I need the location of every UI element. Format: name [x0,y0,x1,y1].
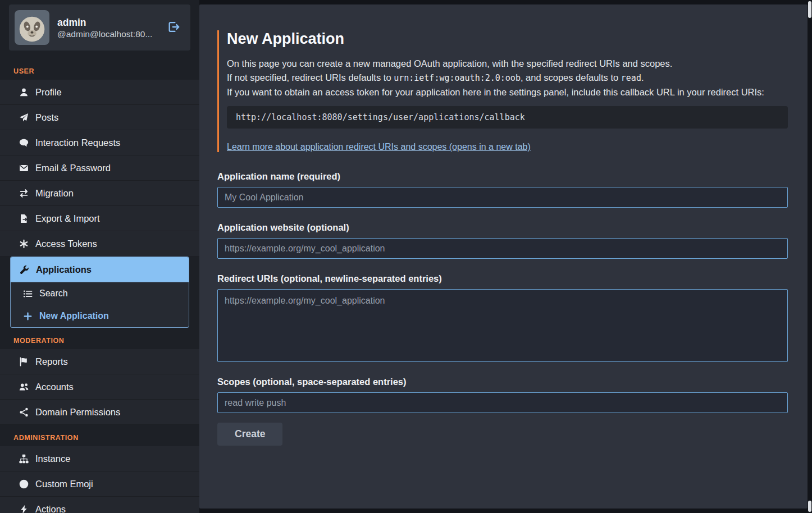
sidebar-item-interaction-requests[interactable]: Interaction Requests [0,130,199,155]
sidebar-item-label: Reports [35,356,68,367]
sidebar-item-reports[interactable]: Reports [0,349,199,374]
intro-line2-mid: , and scopes defaults to [521,72,621,83]
intro-line2-pre: If not specified, redirect URIs defaults… [227,72,394,83]
create-button[interactable]: Create [217,423,282,446]
sidebar-item-label: Access Tokens [35,239,97,249]
callback-url-codeblock: http://localhost:8080/settings/user/appl… [227,106,788,129]
scrollbar-end [808,501,811,512]
sidebar-item-label: Migration [35,188,74,199]
scrollbar-thumb[interactable] [808,1,811,18]
user-meta: admin @admin@localhost:80... [57,16,152,40]
sidebar-item-accounts[interactable]: Accounts [0,374,199,400]
section-label-administration: ADMINISTRATION [0,425,199,446]
sidebar-item-label: Custom Emoji [35,479,93,489]
application-name-label: Application name (required) [217,171,788,182]
application-website-label: Application website (optional) [217,222,788,233]
redirect-uris-textarea[interactable] [217,289,788,362]
sidebar-item-label: Actions [35,504,66,513]
redirect-uris-label: Redirect URIs (optional, newline-separat… [217,273,788,284]
section-label-moderation: MODERATION [0,328,199,349]
user-card: admin @admin@localhost:80... [9,4,190,51]
sidebar-item-actions[interactable]: Actions [0,497,199,513]
sitemap-icon [18,454,29,464]
user-name: admin [57,16,152,30]
intro-block: New Application On this page you can cre… [217,30,788,152]
intro-code-oob: urn:ietf:wg:oauth:2.0:oob [394,73,521,83]
user-handle: @admin@localhost:80... [57,29,152,39]
page-title: New Application [227,30,788,48]
paper-plane-icon [18,113,29,122]
sidebar-item-email-password[interactable]: Email & Password [0,155,199,181]
share-nodes-icon [18,407,29,417]
logout-icon[interactable] [167,21,183,34]
new-application-form: Application name (required) Application … [217,171,788,446]
bolt-icon [18,505,29,513]
intro-line2-post: . [641,72,644,83]
sidebar-nav: USER Profile Posts Interaction Requests [0,58,199,513]
sidebar-item-applications[interactable]: Applications [11,257,189,282]
section-label-user: USER [0,58,199,80]
transfer-arrows-icon [18,189,29,198]
intro-line1: On this page you can create a new manage… [227,57,788,71]
learn-more-link[interactable]: Learn more about application redirect UR… [227,142,531,152]
scopes-input[interactable] [217,392,788,413]
smiley-icon [18,479,29,489]
intro-code-read: read [621,73,641,83]
file-export-icon [18,214,29,223]
sidebar-item-access-tokens[interactable]: Access Tokens [0,231,199,256]
scopes-label: Scopes (optional, space-separated entrie… [217,377,788,387]
sloth-avatar-image [15,10,49,45]
sidebar: admin @admin@localhost:80... USER Profil… [0,0,199,513]
asterisk-icon [18,239,29,249]
avatar [15,10,49,45]
comment-icon [18,138,29,148]
sidebar-item-label: Interaction Requests [35,138,120,148]
scrollbar[interactable] [808,0,812,513]
sidebar-item-custom-emoji[interactable]: Custom Emoji [0,471,199,497]
app-layout: admin @admin@localhost:80... USER Profil… [0,0,812,513]
users-icon [18,382,29,392]
sidebar-item-label: Applications [36,264,92,275]
user-icon [18,88,29,97]
applications-group: Applications Search New Application [10,256,189,328]
envelope-icon [18,163,29,173]
sidebar-item-instance[interactable]: Instance [0,446,199,471]
sidebar-item-label: Accounts [35,382,74,392]
sidebar-item-label: Domain Permissions [35,407,120,418]
sidebar-item-label: Instance [35,454,70,464]
application-name-input[interactable] [217,187,788,208]
wrench-icon [19,265,30,274]
intro-line3: If you want to obtain an access token fo… [227,85,788,99]
main-panel: New Application On this page you can cre… [199,4,808,509]
list-icon [22,289,33,299]
intro-line2: If not specified, redirect URIs defaults… [227,71,788,85]
sidebar-item-label: Posts [35,112,58,123]
sidebar-item-migration[interactable]: Migration [0,181,199,206]
application-website-input[interactable] [217,238,788,259]
flag-icon [18,357,29,367]
sidebar-item-applications-search[interactable]: Search [11,282,189,305]
sidebar-item-domain-permissions[interactable]: Domain Permissions [0,400,199,425]
sidebar-item-new-application[interactable]: New Application [11,305,189,327]
sidebar-item-label: Search [39,288,68,299]
sidebar-item-posts[interactable]: Posts [0,105,199,130]
sidebar-item-label: Profile [35,87,62,98]
sidebar-item-label: Export & Import [35,213,100,224]
plus-icon [22,312,33,321]
sidebar-item-label: New Application [39,311,109,321]
sidebar-item-export-import[interactable]: Export & Import [0,206,199,231]
sidebar-item-label: Email & Password [35,163,111,173]
sidebar-item-profile[interactable]: Profile [0,80,199,105]
